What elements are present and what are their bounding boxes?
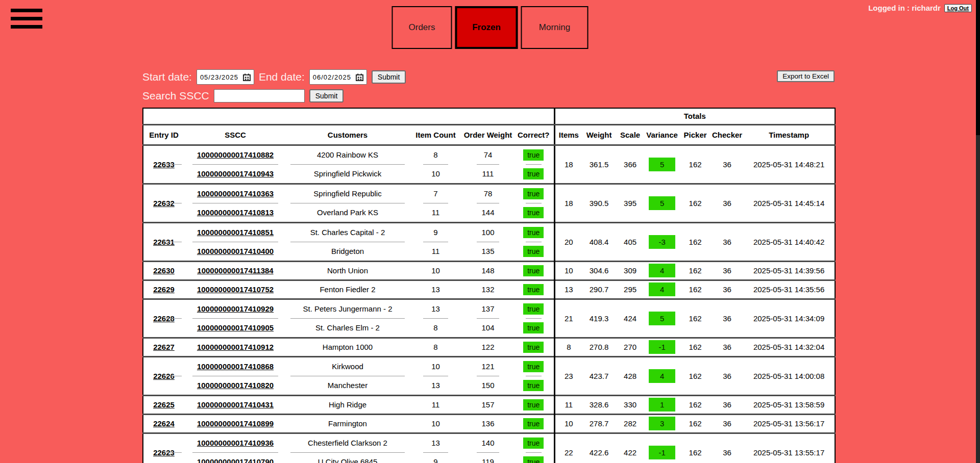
sscc-link[interactable]: 100000000017410868	[197, 362, 274, 371]
start-date-input[interactable]: 05/23/2025	[197, 69, 254, 85]
order-weight-value: 121	[462, 357, 513, 376]
calendar-icon[interactable]	[243, 73, 251, 81]
correct-cell: true	[513, 395, 554, 414]
sscc-link[interactable]: 100000000017410400	[197, 247, 274, 255]
item-count-value: 10	[409, 262, 462, 279]
entry-id-link[interactable]: 22630	[153, 266, 175, 275]
logout-button[interactable]: Log Out	[944, 4, 972, 12]
hamburger-menu-icon[interactable]	[11, 9, 42, 30]
calendar-icon[interactable]	[356, 73, 363, 81]
order-weight-value: 100	[462, 223, 513, 242]
item-count-value: 11	[409, 203, 462, 222]
entry-id-link[interactable]: 22631	[153, 238, 175, 246]
correct-chip: true	[523, 188, 544, 199]
num-cell: 136	[462, 414, 513, 433]
timestamp-cell: 2025-05-31 14:39:56	[743, 261, 835, 280]
item-count-value: 8	[409, 339, 462, 356]
timestamp-cell: 2025-05-31 14:40:42	[743, 222, 835, 261]
sscc-cell: 100000000017410899	[184, 414, 286, 433]
scrollbar-thumb[interactable]	[976, 0, 980, 135]
table-row-group: 2263210000000001741036310000000001741081…	[143, 184, 835, 222]
picker-cell: 162	[679, 261, 711, 280]
variance-cell: 4	[645, 356, 679, 395]
entry-id-link[interactable]: 22623	[153, 448, 175, 457]
scale-total-cell: 366	[616, 145, 645, 184]
date-submit-button[interactable]: Submit	[372, 70, 406, 84]
sscc-link[interactable]: 100000000017410851	[197, 228, 274, 237]
sscc-link[interactable]: 100000000017410790	[197, 457, 274, 463]
search-sscc-input[interactable]	[214, 89, 305, 102]
num-cell: 139	[409, 433, 462, 463]
variance-badge: 5	[649, 312, 675, 325]
sscc-link[interactable]: 100000000017411384	[197, 266, 273, 275]
checker-cell: 36	[711, 184, 743, 222]
correct-chip: true	[523, 322, 544, 333]
variance-badge: 4	[649, 369, 675, 383]
customer-name: 4200 Rainbow KS	[286, 146, 409, 164]
customer-cell: Chesterfield Clarkson 2U City Olive 6845	[286, 433, 409, 463]
vertical-scrollbar[interactable]	[976, 0, 980, 463]
sscc-link[interactable]: 100000000017410929	[197, 304, 274, 313]
sscc-link[interactable]: 100000000017410912	[197, 343, 274, 351]
sscc-cell: 100000000017410929100000000017410905	[184, 299, 286, 338]
entry-id-link[interactable]: 22625	[153, 400, 175, 409]
num-cell: 74111	[462, 145, 513, 184]
sscc-link[interactable]: 100000000017410943	[197, 169, 274, 178]
scale-total-cell: 405	[616, 222, 645, 261]
sscc-link[interactable]: 100000000017410431	[197, 400, 274, 409]
checker-cell: 36	[711, 145, 743, 184]
end-date-input[interactable]: 06/02/2025	[309, 69, 367, 85]
item-count-value: 13	[409, 376, 462, 395]
correct-chip: true	[523, 207, 544, 218]
sscc-link[interactable]: 100000000017410899	[197, 419, 274, 428]
sscc-link[interactable]: 100000000017410363	[197, 189, 274, 198]
items-total-cell: 8	[554, 338, 582, 356]
picker-cell: 162	[679, 145, 711, 184]
order-weight-value: 111	[462, 165, 513, 183]
col-header-scale: Scale	[616, 124, 645, 145]
entry-id-link[interactable]: 22627	[153, 343, 175, 351]
timestamp-cell: 2025-05-31 14:48:21	[743, 145, 835, 184]
correct-chip: true	[523, 399, 544, 410]
sscc-link[interactable]: 100000000017410905	[197, 323, 274, 332]
end-date-label: End date:	[259, 71, 305, 83]
sscc-link[interactable]: 100000000017410882	[197, 150, 274, 159]
entry-id-link[interactable]: 22633	[153, 160, 175, 169]
order-weight-value: 148	[462, 262, 513, 279]
checker-cell: 36	[711, 222, 743, 261]
sscc-link[interactable]: 100000000017410813	[197, 208, 274, 217]
timestamp-cell: 2025-05-31 14:45:14	[743, 184, 835, 222]
sscc-link[interactable]: 100000000017410936	[197, 439, 274, 447]
entry-id-link[interactable]: 22629	[153, 285, 175, 294]
col-header-item-count: Item Count	[409, 124, 462, 145]
entry-id-cell: 22633	[143, 145, 184, 184]
export-to-excel-button[interactable]: Export to Excel	[777, 70, 835, 82]
entry-id-link[interactable]: 22632	[153, 199, 175, 208]
customer-cell: KirkwoodManchester	[286, 356, 409, 395]
variance-badge: 5	[649, 158, 675, 171]
variance-badge: 4	[649, 264, 675, 277]
customer-cell: Springfield RepublicOverland Park KS	[286, 184, 409, 222]
item-count-value: 10	[409, 165, 462, 183]
entry-id-cell: 22629	[143, 280, 184, 299]
scale-total-cell: 422	[616, 433, 645, 463]
entry-id-link[interactable]: 22628	[153, 314, 175, 323]
customer-name: Farmington	[286, 415, 409, 432]
totals-group-header: Totals	[554, 108, 835, 124]
tab-frozen[interactable]: Frozen	[455, 6, 518, 49]
checker-cell: 36	[711, 338, 743, 356]
scale-total-cell: 395	[616, 184, 645, 222]
entry-id-link[interactable]: 22624	[153, 419, 175, 428]
search-submit-button[interactable]: Submit	[309, 89, 344, 102]
weight-total-cell: 361.5	[582, 145, 616, 184]
weight-total-cell: 390.5	[582, 184, 616, 222]
tab-orders[interactable]: Orders	[392, 6, 452, 49]
tab-morning[interactable]: Morning	[521, 6, 589, 49]
sscc-link[interactable]: 100000000017410820	[197, 381, 274, 390]
entry-id-link[interactable]: 22626	[153, 372, 175, 380]
start-date-value: 05/23/2025	[200, 73, 238, 81]
filter-bar: Start date: 05/23/2025 End date: 06/02/2…	[142, 69, 835, 107]
table-row-group: 22624100000000017410899Farmington10136tr…	[143, 414, 835, 433]
checker-cell: 36	[711, 433, 743, 463]
sscc-link[interactable]: 100000000017410752	[197, 285, 274, 294]
